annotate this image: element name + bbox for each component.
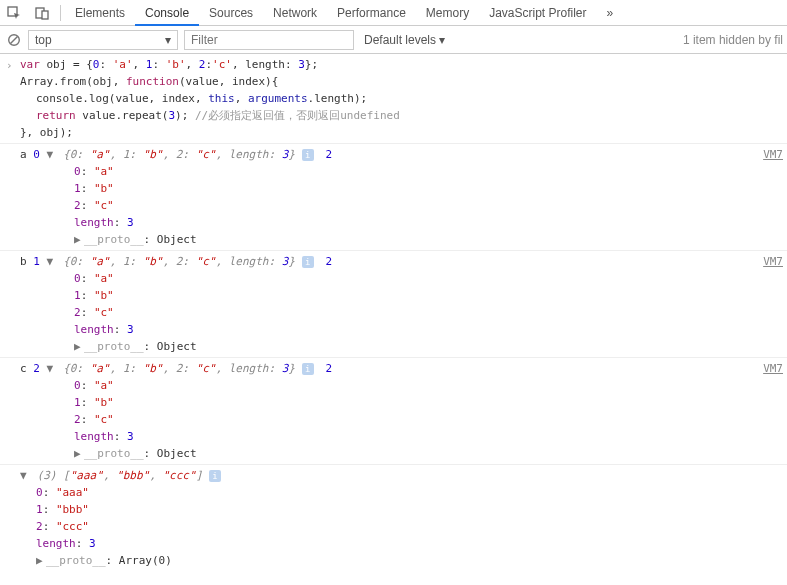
log-value: b [20,255,33,268]
code-text: //必须指定返回值，否则返回undefined [195,109,400,122]
console-log-line[interactable]: c 2 ▼ {0: "a", 1: "b", 2: "c", length: 3… [0,357,787,377]
code-text: obj = { [40,58,93,71]
console-input-line: › var obj = {0: 'a', 1: 'b', 2:'c', leng… [0,56,787,73]
source-link[interactable]: VM7 [763,254,783,269]
chevron-down-icon: ▾ [165,33,171,47]
object-property[interactable]: ▶__proto__: Object [0,338,787,355]
console-log-line[interactable]: a 0 ▼ {0: "a", 1: "b", 2: "c", length: 3… [0,143,787,163]
tab-memory[interactable]: Memory [416,0,479,26]
console-input-line: console.log(value, index, this, argument… [0,90,787,107]
object-property: 1: "b" [0,180,787,197]
clear-console-icon[interactable] [0,33,28,47]
console-input-line: }, obj); [0,124,787,141]
tabs-overflow-icon[interactable]: » [597,6,624,20]
object-property: 2: "c" [0,411,787,428]
object-property[interactable]: ▶__proto__: Object [0,445,787,462]
object-summary[interactable]: {0: "a", 1: "b", 2: "c", length: 3} [63,148,295,161]
code-text: value.repeat( [76,109,169,122]
object-property[interactable]: ▶__proto__: Object [0,231,787,248]
console-output: › var obj = {0: 'a', 1: 'b', 2:'c', leng… [0,54,787,577]
hidden-items-label: 1 item hidden by fil [683,33,783,47]
tab-jsprofiler[interactable]: JavaScript Profiler [479,0,596,26]
object-property: length: 3 [0,214,787,231]
object-property: length: 3 [0,321,787,338]
input-chevron-icon: › [6,58,13,73]
expand-toggle-icon[interactable]: ▶ [74,339,84,354]
code-text: 'c' [212,58,232,71]
object-property: 0: "aaa" [0,484,787,501]
object-property: 1: "b" [0,394,787,411]
object-property: 0: "a" [0,163,787,180]
code-text: , [186,58,199,71]
log-arg-count: 2 [326,148,333,161]
source-link[interactable]: VM7 [763,147,783,162]
code-text: , [133,58,146,71]
code-text: , length: [232,58,298,71]
log-index: 1 [33,255,40,268]
object-property: 0: "a" [0,270,787,287]
log-arg-count: 2 [326,255,333,268]
info-icon[interactable]: i [302,149,314,161]
tab-network[interactable]: Network [263,0,327,26]
svg-line-4 [11,36,18,43]
object-property: 0: "a" [0,377,787,394]
code-text: 'b' [166,58,186,71]
object-summary[interactable]: {0: "a", 1: "b", 2: "c", length: 3} [63,362,295,375]
code-text: function [126,75,179,88]
log-value: c [20,362,33,375]
separator [60,5,61,21]
expand-toggle-icon[interactable]: ▶ [74,446,84,461]
code-text: 'a' [113,58,133,71]
code-text: }; [305,58,318,71]
source-link[interactable]: VM7 [763,361,783,376]
tab-performance[interactable]: Performance [327,0,416,26]
code-text: , [235,92,248,105]
code-text: console.log(value, index, [36,92,208,105]
devtools-tabbar: Elements Console Sources Network Perform… [0,0,787,26]
array-summary[interactable]: (3) ["aaa", "bbb", "ccc"] [37,469,203,482]
log-arg-count: 2 [326,362,333,375]
filter-input[interactable] [184,30,354,50]
code-text: return [36,109,76,122]
object-property[interactable]: ▶__proto__: Array(0) [0,552,787,569]
inspect-icon[interactable] [0,0,28,26]
expand-toggle-icon[interactable]: ▼ [20,468,30,483]
info-icon[interactable]: i [302,363,314,375]
expand-toggle-icon[interactable]: ▶ [36,553,46,568]
object-property: 2: "c" [0,197,787,214]
code-text: Array.from(obj, [20,75,126,88]
object-property: 1: "bbb" [0,501,787,518]
object-property: 2: "c" [0,304,787,321]
object-property: 1: "b" [0,287,787,304]
device-toolbar-icon[interactable] [28,0,56,26]
console-input-line: return value.repeat(3); //必须指定返回值，否则返回un… [0,107,787,124]
expand-toggle-icon[interactable]: ▼ [47,361,57,376]
tab-elements[interactable]: Elements [65,0,135,26]
code-text: : [152,58,165,71]
console-input-line: Array.from(obj, function(value, index){ [0,73,787,90]
log-index: 0 [33,148,40,161]
console-log-line[interactable]: b 1 ▼ {0: "a", 1: "b", 2: "c", length: 3… [0,250,787,270]
log-levels-selector[interactable]: Default levels ▾ [364,33,445,47]
code-text: var [20,58,40,71]
tab-console[interactable]: Console [135,0,199,26]
expand-toggle-icon[interactable]: ▼ [47,147,57,162]
code-text: .length); [308,92,368,105]
context-label: top [35,33,52,47]
info-icon[interactable]: i [209,470,221,482]
code-text: }, obj); [20,126,73,139]
info-icon[interactable]: i [302,256,314,268]
context-selector[interactable]: top ▾ [28,30,178,50]
code-text: arguments [248,92,308,105]
log-index: 2 [33,362,40,375]
console-result-line[interactable]: ▼ (3) ["aaa", "bbb", "ccc"] i [0,464,787,484]
expand-toggle-icon[interactable]: ▼ [47,254,57,269]
object-property: length: 3 [0,428,787,445]
object-property: 2: "ccc" [0,518,787,535]
expand-toggle-icon[interactable]: ▶ [74,232,84,247]
object-summary[interactable]: {0: "a", 1: "b", 2: "c", length: 3} [63,255,295,268]
tab-sources[interactable]: Sources [199,0,263,26]
code-text: this [208,92,235,105]
object-property: length: 3 [0,535,787,552]
svg-rect-2 [42,11,48,19]
